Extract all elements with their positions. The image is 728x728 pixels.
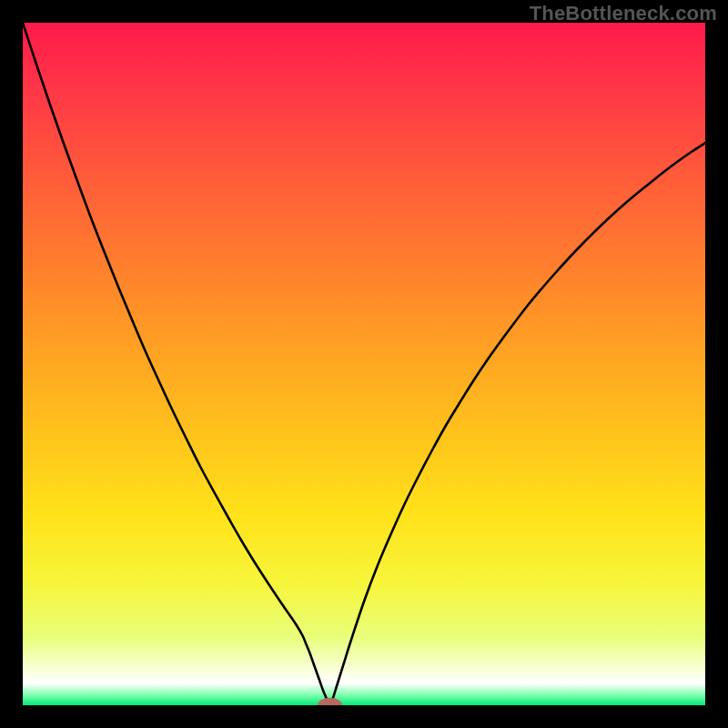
- plot-svg: [23, 23, 705, 705]
- chart-frame: TheBottleneck.com: [0, 0, 728, 728]
- plot-area: [23, 23, 705, 705]
